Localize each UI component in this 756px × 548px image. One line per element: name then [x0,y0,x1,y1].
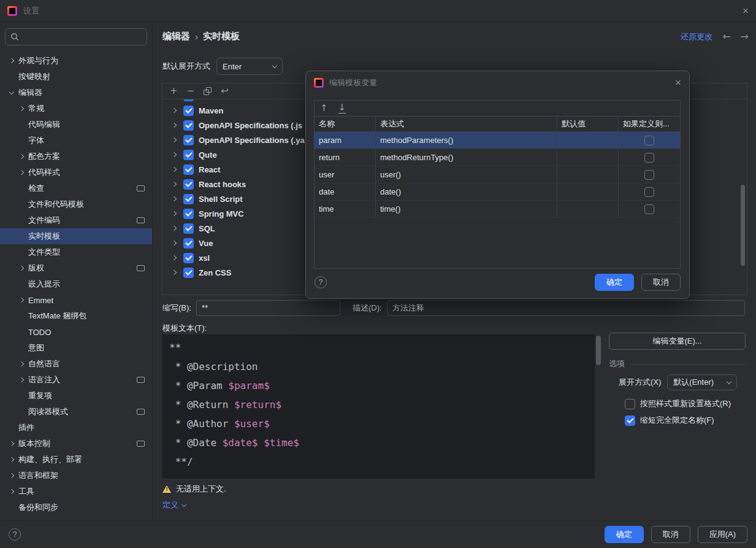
remove-icon[interactable]: − [187,87,195,96]
chevron-right-icon[interactable] [170,106,178,115]
chevron-right-icon[interactable] [170,121,178,129]
sidebar-item[interactable]: 备份和同步 [0,500,152,515]
checkbox-unchecked[interactable] [644,170,654,180]
chevron-right-icon[interactable] [170,195,178,203]
scrollbar-thumb[interactable] [596,336,601,365]
back-icon[interactable]: ← [722,32,730,42]
sidebar-item[interactable]: 实时模板 [0,228,152,244]
sidebar-item[interactable]: 常规 [0,101,152,117]
chevron-right-icon[interactable] [17,376,26,384]
variable-row[interactable]: parammethodParameters() [315,132,680,149]
chevron-right-icon[interactable] [170,136,178,144]
checkbox-checked[interactable] [183,223,194,234]
chevron-right-icon[interactable] [7,471,16,480]
checkbox-unchecked[interactable] [644,153,654,163]
chevron-right-icon[interactable] [7,56,16,65]
checkbox-checked[interactable] [183,268,194,278]
variable-row[interactable]: timetime() [315,201,680,218]
checkbox-unchecked[interactable] [625,399,635,409]
window-titlebar[interactable]: 设置 × [0,0,756,22]
description-input[interactable] [387,300,745,316]
forward-icon[interactable]: → [741,32,749,42]
move-up-icon[interactable]: ↑ [320,104,328,113]
chevron-right-icon[interactable] [170,209,178,218]
chevron-right-icon[interactable] [170,165,178,174]
sidebar-item[interactable]: 插件 [0,420,152,436]
dialog-titlebar[interactable]: 编辑模板变量 × [306,71,689,94]
cancel-button[interactable]: 取消 [651,526,690,543]
sidebar-item[interactable]: 文件编码 [0,212,152,228]
sidebar-item[interactable]: 自然语言 [0,356,152,372]
sidebar-item[interactable]: 编辑器 [0,85,152,101]
chevron-right-icon[interactable] [7,439,16,448]
dialog-cancel-button[interactable]: 取消 [641,274,681,291]
chevron-right-icon[interactable] [7,455,16,464]
expand-with-dropdown[interactable]: 默认(Enter) [667,374,737,390]
sidebar-item[interactable]: 配色方案 [0,149,152,164]
sidebar-item[interactable]: 版本控制 [0,436,152,452]
sidebar-item[interactable]: 重复项 [0,388,152,404]
checkbox-unchecked[interactable] [644,204,654,214]
shorten-fq-names-checkbox-row[interactable]: 缩短完全限定名称(F) [609,415,746,426]
editor-scrollbar[interactable] [595,334,601,479]
reformat-checkbox-row[interactable]: 按照样式重新设置格式(R) [609,398,746,409]
sidebar-item[interactable]: 构建、执行、部署 [0,452,152,468]
checkbox-checked[interactable] [183,194,194,204]
variable-row[interactable]: useruser() [315,166,680,183]
search-box[interactable] [5,28,147,45]
dialog-ok-button[interactable]: 确定 [595,274,634,291]
sidebar-item[interactable]: 语言和框架 [0,468,152,484]
chevron-right-icon[interactable] [170,268,178,277]
checkbox-checked[interactable] [183,238,194,249]
checkbox-checked[interactable] [625,415,635,426]
sidebar-item[interactable]: 意图 [0,340,152,356]
help-icon[interactable]: ? [315,276,327,288]
ok-button[interactable]: 确定 [605,526,644,543]
chevron-right-icon[interactable] [17,104,26,113]
chevron-right-icon[interactable] [170,253,178,262]
restore-icon[interactable]: ↩ [221,87,229,96]
sidebar-item[interactable]: 按键映射 [0,69,152,85]
sidebar-item[interactable]: 代码编辑 [0,117,152,133]
sidebar-item[interactable]: Emmet [0,292,152,308]
move-down-icon[interactable]: ↓ [338,103,346,114]
chevron-right-icon[interactable] [17,360,26,368]
help-icon[interactable]: ? [9,528,21,541]
search-input[interactable] [23,33,142,42]
sidebar-item[interactable]: 外观与行为 [0,53,152,69]
sidebar-item[interactable]: 版权 [0,260,152,276]
checkbox-unchecked[interactable] [644,136,654,145]
chevron-right-icon[interactable] [17,264,26,272]
sidebar-item[interactable]: TextMate 捆绑包 [0,308,152,324]
duplicate-icon[interactable] [204,87,212,95]
checkbox-checked[interactable] [183,99,194,101]
chevron-right-icon[interactable] [7,487,16,496]
chevron-right-icon[interactable] [170,180,178,188]
checkbox-checked[interactable] [183,164,194,175]
chevron-down-icon[interactable] [7,88,16,97]
chevron-right-icon[interactable] [170,224,178,233]
sidebar-item[interactable]: 嵌入提示 [0,276,152,292]
sidebar-item[interactable]: 检查 [0,180,152,196]
checkbox-checked[interactable] [183,179,194,190]
sidebar-item[interactable]: 阅读器模式 [0,404,152,420]
sidebar-item[interactable]: 文件和代码模板 [0,196,152,212]
checkbox-checked[interactable] [183,135,194,145]
chevron-right-icon[interactable] [170,239,178,247]
sidebar-item[interactable]: 工具 [0,484,152,500]
sidebar-item[interactable]: 语言注入 [0,372,152,388]
revert-changes-link[interactable]: 还原更改 [681,31,712,42]
checkbox-checked[interactable] [183,253,194,263]
variable-row[interactable]: datedate() [315,183,680,201]
abbreviation-input[interactable] [196,300,340,316]
checkbox-checked[interactable] [183,106,194,116]
apply-button[interactable]: 应用(A) [698,526,747,543]
checkbox-checked[interactable] [183,209,194,219]
chevron-right-icon[interactable] [17,296,26,304]
scrollbar-thumb[interactable] [741,185,745,266]
checkbox-checked[interactable] [183,120,194,131]
checkbox-unchecked[interactable] [644,187,654,197]
close-icon[interactable]: × [743,6,749,16]
sidebar-item[interactable]: 字体 [0,133,152,149]
breadcrumb-parent[interactable]: 编辑器 [162,31,190,42]
